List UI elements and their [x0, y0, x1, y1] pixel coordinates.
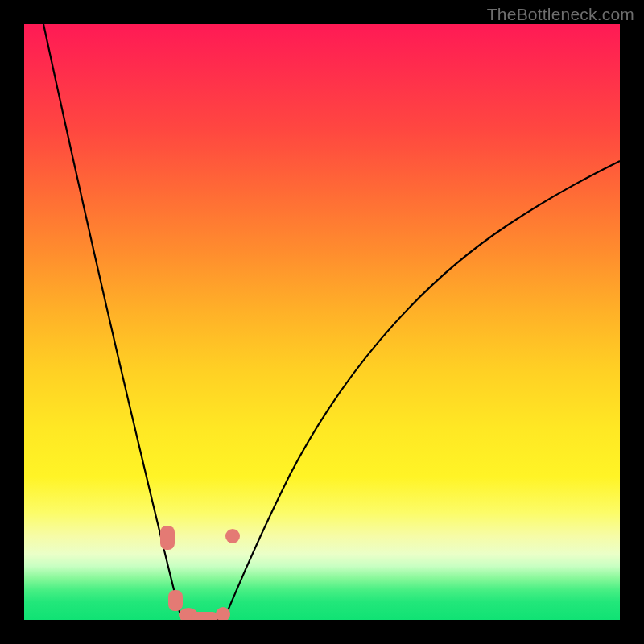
- marker: [160, 526, 175, 550]
- curve-right-branch: [224, 161, 620, 620]
- marker: [191, 612, 218, 620]
- marker: [225, 529, 240, 543]
- marker: [168, 590, 183, 611]
- data-markers: [160, 526, 240, 620]
- watermark: TheBottleneck.com: [487, 5, 634, 24]
- bottleneck-curve: [24, 24, 620, 620]
- chart-frame: [24, 24, 620, 620]
